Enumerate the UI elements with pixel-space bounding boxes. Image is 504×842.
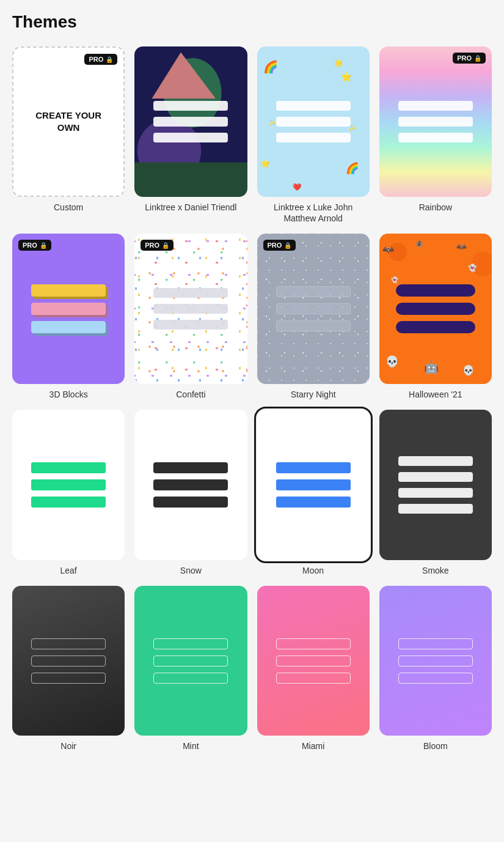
- svg-text:❤️: ❤️: [293, 183, 302, 191]
- theme-item-custom[interactable]: PRO CREATE YOUR OWN Custom: [12, 46, 125, 224]
- bar: [153, 304, 228, 314]
- confetti-bars: [144, 288, 237, 330]
- noir-bars: [22, 638, 115, 684]
- halloween-bar: [396, 321, 475, 333]
- miami-bars: [267, 638, 360, 684]
- theme-card-3dblocks[interactable]: PRO: [12, 234, 125, 384]
- bar: [398, 673, 473, 684]
- theme-card-luke[interactable]: 🌈 ⭐ ⭐ 🌈 ❤️ 🌟 ✨ ✨: [257, 46, 370, 197]
- halloween-bar: [396, 303, 475, 315]
- theme-card-leaf[interactable]: [12, 410, 125, 560]
- snow-bars: [144, 462, 237, 508]
- bar: [276, 101, 351, 111]
- theme-card-noir[interactable]: [12, 586, 125, 736]
- bar: [31, 656, 106, 667]
- theme-item-3dblocks[interactable]: PRO 3D Blocks: [12, 234, 125, 400]
- starry-bars: [267, 286, 360, 331]
- svg-text:🦇: 🦇: [382, 243, 395, 255]
- theme-item-moon[interactable]: Moon: [257, 410, 370, 576]
- svg-text:⭐: ⭐: [260, 158, 270, 169]
- lock-icon-rainbow: [474, 54, 481, 62]
- theme-label-moon: Moon: [302, 565, 324, 576]
- theme-card-bloom[interactable]: [379, 586, 492, 736]
- bar: [276, 286, 351, 297]
- svg-text:🤖: 🤖: [423, 360, 439, 374]
- theme-item-leaf[interactable]: Leaf: [12, 410, 125, 576]
- bar: [276, 303, 351, 314]
- theme-card-starry[interactable]: PRO: [257, 234, 370, 384]
- svg-text:⭐: ⭐: [340, 71, 352, 83]
- bar: [398, 133, 473, 142]
- svg-text:💀: 💀: [462, 365, 475, 377]
- theme-label-snow: Snow: [180, 565, 202, 576]
- svg-text:🦇: 🦇: [456, 242, 467, 252]
- halloween-bars: [389, 284, 482, 333]
- theme-label-rainbow: Rainbow: [419, 202, 452, 213]
- daniel-bars: [144, 101, 237, 142]
- theme-card-miami[interactable]: [257, 586, 370, 736]
- theme-item-luke[interactable]: 🌈 ⭐ ⭐ 🌈 ❤️ 🌟 ✨ ✨ Linktree x Luke John Ma…: [257, 46, 370, 224]
- theme-item-confetti[interactable]: PRO Confetti: [134, 234, 247, 400]
- theme-item-smoke[interactable]: Smoke: [379, 410, 492, 576]
- svg-text:💀: 💀: [385, 355, 398, 368]
- theme-item-rainbow[interactable]: PRO Rainbow: [379, 46, 492, 224]
- theme-item-snow[interactable]: Snow: [134, 410, 247, 576]
- theme-card-mint[interactable]: [134, 586, 247, 736]
- theme-card-snow[interactable]: [134, 410, 247, 560]
- bar-3d-yellow: [31, 284, 106, 297]
- bar: [276, 638, 351, 649]
- bar-dark: [153, 497, 228, 508]
- theme-card-custom[interactable]: PRO CREATE YOUR OWN: [12, 46, 125, 197]
- theme-item-miami[interactable]: Miami: [257, 586, 370, 752]
- theme-item-noir[interactable]: Noir: [12, 586, 125, 752]
- bar-blue: [276, 479, 351, 490]
- bar: [398, 656, 473, 667]
- theme-label-miami: Miami: [302, 740, 324, 752]
- theme-label-daniel: Linktree x Daniel Triendl: [145, 202, 236, 213]
- moon-bars: [267, 462, 360, 508]
- bar: [153, 673, 228, 684]
- lock-icon-confetti: [162, 242, 169, 249]
- bar-blue: [276, 497, 351, 508]
- theme-card-confetti[interactable]: PRO: [134, 234, 247, 384]
- bar-dark: [153, 462, 228, 473]
- bar: [153, 638, 228, 649]
- svg-text:👻: 👻: [468, 264, 477, 272]
- bar: [398, 117, 473, 127]
- 3dblocks-bars: [22, 284, 115, 333]
- theme-item-mint[interactable]: Mint: [134, 586, 247, 752]
- theme-item-halloween[interactable]: 🦇 🦇 🕷️ 💀 💀 🤖 👻 👻 Halloween '21: [379, 234, 492, 400]
- bar: [276, 320, 351, 331]
- theme-card-smoke[interactable]: [379, 410, 492, 560]
- pro-badge-3dblocks: PRO: [18, 240, 51, 251]
- bar: [276, 673, 351, 684]
- bar-green: [31, 462, 106, 473]
- theme-card-rainbow[interactable]: PRO: [379, 46, 492, 197]
- lock-icon: [106, 56, 113, 63]
- theme-item-bloom[interactable]: Bloom: [379, 586, 492, 752]
- custom-card-text: CREATE YOUR OWN: [35, 109, 101, 133]
- theme-label-luke: Linktree x Luke John Matthew Arnold: [257, 202, 370, 224]
- theme-card-daniel[interactable]: [134, 46, 247, 197]
- theme-item-daniel[interactable]: Linktree x Daniel Triendl: [134, 46, 247, 224]
- bar: [31, 673, 106, 684]
- bar: [153, 656, 228, 667]
- bar: [153, 117, 228, 127]
- bar: [276, 656, 351, 667]
- bar: [398, 488, 473, 498]
- luke-bars: [267, 101, 360, 142]
- theme-card-moon[interactable]: [257, 410, 370, 560]
- bar: [31, 638, 106, 649]
- theme-card-halloween[interactable]: 🦇 🦇 🕷️ 💀 💀 🤖 👻 👻: [379, 234, 492, 384]
- page-title: Themes: [12, 12, 492, 32]
- theme-label-noir: Noir: [60, 740, 76, 752]
- theme-label-bloom: Bloom: [423, 740, 448, 752]
- theme-item-starry[interactable]: PRO Starry Night: [257, 234, 370, 400]
- svg-text:🕷️: 🕷️: [415, 240, 424, 248]
- bar: [398, 101, 473, 111]
- theme-label-custom: Custom: [54, 202, 83, 213]
- leaf-bars: [22, 462, 115, 508]
- bar: [398, 638, 473, 649]
- bar-dark: [153, 479, 228, 490]
- svg-text:👻: 👻: [391, 276, 399, 284]
